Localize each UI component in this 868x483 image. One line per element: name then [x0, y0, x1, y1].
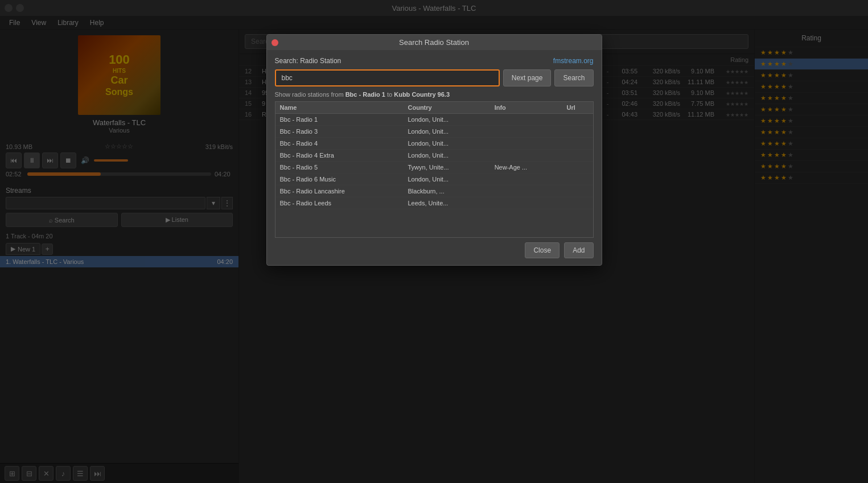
- results-table: Name Country Info Url Bbc - Radio 1 Lond…: [275, 102, 593, 209]
- row-country: London, Unit...: [404, 174, 490, 185]
- row-name: Bbc - Radio 4 Extra: [275, 150, 404, 162]
- row-info: [490, 150, 562, 162]
- table-row[interactable]: Bbc - Radio 6 Music London, Unit...: [275, 174, 593, 185]
- row-info: [490, 185, 562, 197]
- col-country: Country: [404, 102, 490, 114]
- row-info: [490, 174, 562, 185]
- row-info: [490, 114, 562, 126]
- row-info: [490, 197, 562, 209]
- row-country: London, Unit...: [404, 150, 490, 162]
- modal-search-input[interactable]: [275, 69, 500, 86]
- modal-close-button[interactable]: [271, 39, 278, 46]
- modal-result-from: Bbc - Radio 1: [345, 91, 385, 98]
- modal-subtitle-row: Search: Radio Station fmstream.org: [275, 57, 594, 65]
- col-url: Url: [562, 102, 593, 114]
- row-url: [562, 185, 593, 197]
- row-name: Bbc - Radio 3: [275, 126, 404, 138]
- row-url: [562, 174, 593, 185]
- modal-result-to: Kubb Country 96.3: [394, 91, 450, 98]
- row-country: London, Unit...: [404, 138, 490, 150]
- row-url: [562, 114, 593, 126]
- row-url: [562, 138, 593, 150]
- modal-actions: Close Add: [275, 242, 594, 258]
- table-row[interactable]: Bbc - Radio 5 Tywyn, Unite... New-Age ..…: [275, 162, 593, 174]
- row-info: New-Age ...: [490, 162, 562, 174]
- row-url: [562, 197, 593, 209]
- modal-titlebar: Search Radio Station: [267, 35, 602, 50]
- table-row[interactable]: Bbc - Radio 4 Extra London, Unit...: [275, 150, 593, 162]
- table-row[interactable]: Bbc - Radio 3 London, Unit...: [275, 126, 593, 138]
- modal-close-action-button[interactable]: Close: [525, 242, 560, 258]
- row-country: Tywyn, Unite...: [404, 162, 490, 174]
- row-country: London, Unit...: [404, 126, 490, 138]
- table-row[interactable]: Bbc - Radio Lancashire Blackburn, ...: [275, 185, 593, 197]
- row-url: [562, 126, 593, 138]
- row-country: Leeds, Unite...: [404, 197, 490, 209]
- row-name: Bbc - Radio 5: [275, 162, 404, 174]
- row-name: Bbc - Radio Leeds: [275, 197, 404, 209]
- table-row[interactable]: Bbc - Radio 1 London, Unit...: [275, 114, 593, 126]
- row-country: London, Unit...: [404, 114, 490, 126]
- modal-overlay[interactable]: Search Radio Station Search: Radio Stati…: [0, 0, 868, 483]
- table-row[interactable]: Bbc - Radio Leeds Leeds, Unite...: [275, 197, 593, 209]
- row-url: [562, 150, 593, 162]
- row-url: [562, 162, 593, 174]
- col-name: Name: [275, 102, 404, 114]
- row-name: Bbc - Radio 4: [275, 138, 404, 150]
- modal-body: Search: Radio Station fmstream.org Next …: [267, 50, 602, 265]
- modal-results-container[interactable]: Name Country Info Url Bbc - Radio 1 Lond…: [275, 101, 594, 238]
- row-name: Bbc - Radio 6 Music: [275, 174, 404, 185]
- modal-result-info: Show radio stations from Bbc - Radio 1 t…: [275, 91, 594, 98]
- modal-title: Search Radio Station: [399, 38, 469, 47]
- row-name: Bbc - Radio Lancashire: [275, 185, 404, 197]
- modal-subtitle: Search: Radio Station: [275, 57, 342, 65]
- col-info: Info: [490, 102, 562, 114]
- modal-next-page-button[interactable]: Next page: [503, 69, 552, 86]
- modal-fmstream-link[interactable]: fmstream.org: [553, 57, 594, 65]
- table-row[interactable]: Bbc - Radio 4 London, Unit...: [275, 138, 593, 150]
- row-info: [490, 126, 562, 138]
- search-radio-station-modal: Search Radio Station Search: Radio Stati…: [266, 34, 602, 266]
- row-country: Blackburn, ...: [404, 185, 490, 197]
- modal-search-button[interactable]: Search: [554, 69, 593, 86]
- row-info: [490, 138, 562, 150]
- modal-add-button[interactable]: Add: [564, 242, 593, 258]
- modal-search-row: Next page Search: [275, 69, 594, 86]
- row-name: Bbc - Radio 1: [275, 114, 404, 126]
